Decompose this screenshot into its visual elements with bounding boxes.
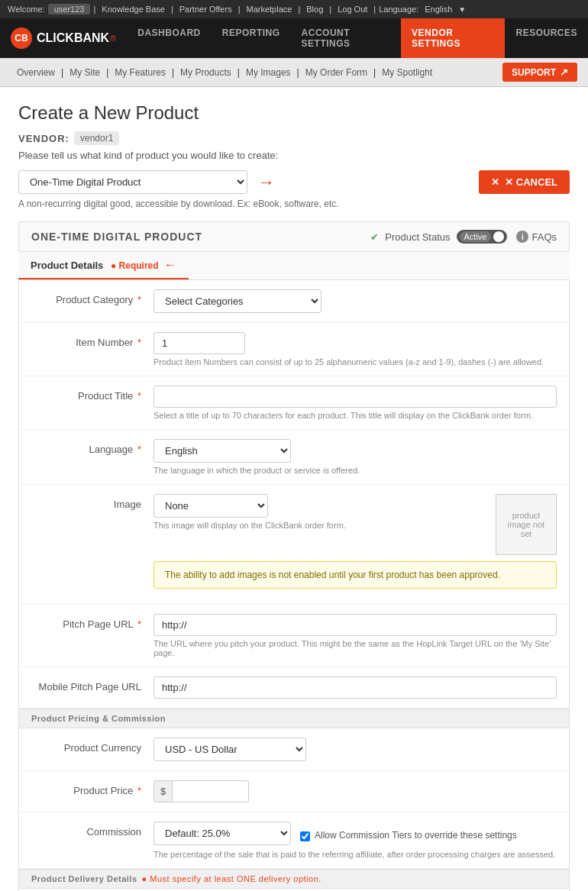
info-icon: i (516, 231, 528, 243)
product-type-desc: A non-recurring digital good, accessible… (18, 199, 570, 209)
cancel-x-icon: ✕ (491, 176, 499, 188)
product-status-toggle[interactable]: Active (457, 230, 508, 244)
support-button[interactable]: SUPPORT ↗ (502, 63, 577, 82)
price-input[interactable] (173, 780, 249, 802)
mobile-pitch-url-content (153, 676, 557, 699)
product-title-label: Product Title * (31, 386, 153, 402)
image-row: Image None This image will display on th… (19, 485, 569, 605)
knowledge-base-link[interactable]: Knowledge Base (102, 5, 165, 14)
mobile-pitch-url-input[interactable] (153, 676, 557, 699)
product-status: ✔ Product Status Active (370, 230, 507, 244)
item-number-label: Item Number * (31, 332, 153, 348)
price-content: $ (153, 780, 557, 802)
section-right: ✔ Product Status Active i FAQs (370, 230, 557, 244)
price-row: Product Price * $ (19, 771, 569, 812)
must-specify-label: ● Must specify at least ONE delivery opt… (142, 874, 321, 883)
price-label: Product Price * (31, 780, 153, 796)
delivery-section-label: Product Delivery Details ● Must specify … (18, 870, 570, 889)
nav-dashboard[interactable]: DASHBOARD (127, 18, 212, 58)
image-preview: product image not set (496, 494, 557, 555)
price-prefix: $ (153, 780, 173, 802)
faq-label: FAQs (531, 231, 557, 243)
product-type-row: One-Time Digital Product Recurring Digit… (18, 170, 570, 194)
product-status-label: Product Status (385, 231, 450, 243)
currency-select[interactable]: USD - US Dollar EUR - Euro GBP - British… (153, 738, 306, 761)
commission-row-inner: Default: 25.0% Allow Commission Tiers to… (153, 822, 557, 845)
commission-row: Commission Default: 25.0% Allow Commissi… (19, 812, 569, 869)
sub-nav-links: Overview | My Site | My Features | My Pr… (11, 67, 438, 78)
mobile-pitch-url-row: Mobile Pitch Page URL (19, 667, 569, 709)
item-number-content: Product Item Numbers can consist of up t… (153, 332, 557, 366)
product-title-row: Product Title * Select a title of up to … (19, 376, 569, 430)
sub-nav-my-order-form[interactable]: My Order Form (305, 67, 367, 78)
product-type-arrow: → (258, 173, 275, 192)
marketplace-link[interactable]: Marketplace (247, 5, 292, 14)
commission-content: Default: 25.0% Allow Commission Tiers to… (153, 822, 557, 859)
product-type-subtitle: Please tell us what kind of product you … (18, 150, 570, 161)
price-input-row: $ (153, 780, 557, 802)
sub-nav: Overview | My Site | My Features | My Pr… (0, 58, 588, 87)
partner-offers-link[interactable]: Partner Offers (179, 5, 232, 14)
nav-account-settings[interactable]: ACCOUNT SETTINGS (291, 18, 402, 58)
blog-link[interactable]: Blog (306, 5, 323, 14)
sub-nav-my-products[interactable]: My Products (180, 67, 231, 78)
sub-nav-overview[interactable]: Overview (17, 67, 55, 78)
image-warning-box: The ability to add images is not enabled… (153, 561, 557, 589)
section-header: ONE-TIME DIGITAL PRODUCT ✔ Product Statu… (18, 221, 570, 252)
tab-product-details[interactable]: Product Details ● Required ← (18, 252, 189, 279)
sub-nav-my-site[interactable]: My Site (69, 67, 100, 78)
commission-checkbox-row: Allow Commission Tiers to override these… (300, 830, 517, 841)
nav-reporting[interactable]: REPORTING (212, 18, 291, 58)
pitch-page-url-row: Pitch Page URL * The URL where you pitch… (19, 605, 569, 667)
language-dropdown-icon[interactable]: ▼ (458, 5, 466, 14)
product-category-select[interactable]: Select Categories (153, 289, 321, 313)
topbar-separator: | (93, 5, 95, 14)
username: user123 (48, 4, 91, 15)
pitch-page-url-label: Pitch Page URL * (31, 614, 153, 630)
language-select[interactable]: English Spanish French German Portuguese (153, 439, 291, 463)
product-title-input[interactable] (153, 386, 557, 408)
pitch-page-url-content: The URL where you pitch your product. Th… (153, 614, 557, 657)
vendor-name: vendor1 (74, 131, 119, 145)
sub-nav-my-spotlight[interactable]: My Spotlight (382, 67, 432, 78)
log-out-link[interactable]: Log Out (338, 5, 367, 14)
currency-label: Product Currency (31, 738, 153, 754)
item-number-input[interactable] (153, 332, 245, 354)
product-category-content: Select Categories (153, 289, 557, 313)
image-select[interactable]: None (153, 494, 268, 518)
pricing-form-section: Product Currency USD - US Dollar EUR - E… (18, 728, 570, 870)
language-row: Language * English Spanish French German… (19, 430, 569, 485)
commission-tiers-checkbox[interactable] (300, 831, 310, 841)
product-title-content: Select a title of up to 70 characters fo… (153, 386, 557, 420)
sub-nav-my-features[interactable]: My Features (115, 67, 166, 78)
section-title: ONE-TIME DIGITAL PRODUCT (31, 231, 202, 243)
sub-nav-my-images[interactable]: My Images (246, 67, 291, 78)
image-label: Image (31, 494, 153, 510)
page-title: Create a New Product (18, 102, 570, 124)
product-title-hint: Select a title of up to 70 characters fo… (153, 411, 557, 420)
image-hint: This image will display on the ClickBank… (153, 521, 483, 530)
language-label: Language: (379, 5, 418, 14)
item-number-row: Item Number * Product Item Numbers can c… (19, 323, 569, 376)
mobile-pitch-url-label: Mobile Pitch Page URL (31, 676, 153, 692)
nav-links: DASHBOARD REPORTING ACCOUNT SETTINGS VEN… (127, 18, 588, 58)
currency-content: USD - US Dollar EUR - Euro GBP - British… (153, 738, 557, 761)
commission-select[interactable]: Default: 25.0% (153, 822, 291, 845)
logo-text: CLICKBANK (37, 31, 109, 45)
top-bar: Welcome: user123 | Knowledge Base | Part… (0, 0, 588, 18)
nav-resources[interactable]: RESOURCES (505, 18, 588, 58)
pitch-page-url-hint: The URL where you pitch your product. Th… (153, 639, 557, 657)
status-check-icon: ✔ (370, 231, 379, 243)
page-content: Create a New Product VENDOR: vendor1 Ple… (0, 87, 588, 891)
language-link[interactable]: English (425, 5, 452, 14)
tab-arrow: ← (164, 258, 176, 271)
pitch-page-url-input[interactable] (153, 614, 557, 636)
cancel-button-top[interactable]: ✕ ✕ CANCEL (479, 170, 570, 194)
faq-button[interactable]: i FAQs (516, 231, 557, 243)
support-icon: ↗ (560, 66, 568, 78)
image-row-inner: None This image will display on the Clic… (153, 494, 557, 555)
currency-row: Product Currency USD - US Dollar EUR - E… (19, 728, 569, 771)
main-nav: CB CLICKBANK ® DASHBOARD REPORTING ACCOU… (0, 18, 588, 58)
nav-vendor-settings[interactable]: VENDOR SETTINGS (401, 18, 505, 58)
product-type-select[interactable]: One-Time Digital Product Recurring Digit… (18, 170, 247, 194)
